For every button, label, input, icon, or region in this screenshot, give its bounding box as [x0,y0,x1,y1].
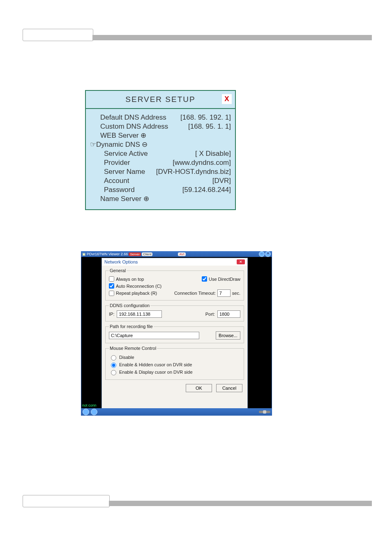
web-server-label[interactable]: WEB Server ⊕ [90,131,146,140]
tab-server[interactable]: Server [129,252,141,256]
status-not-connected: not conn [82,403,97,407]
always-on-top-checkbox[interactable]: Always on top [109,276,144,282]
connection-timeout-input[interactable] [217,289,231,297]
server-name-value: [DVR-HOST.dyndns.biz] [156,167,231,176]
browse-button[interactable]: Browse... [216,331,240,340]
close-window-icon[interactable]: ✕ [265,251,271,257]
account-label: Account [90,176,129,185]
header-divider-bar [92,35,372,40]
custom-dns-value: [168. 95. 1. 1] [188,122,231,131]
statusbar-button-2[interactable] [91,409,97,415]
custom-dns-label: Custom DNS Address [90,122,168,131]
cancel-button[interactable]: Cancel [216,384,242,392]
default-dns-label: Default DNS Address [90,113,166,122]
ddns-ip-label: IP: [109,312,114,317]
provider-value: [www.dyndns.com] [173,158,231,167]
account-value: [DVR] [212,176,231,185]
service-active-value: [ X Disable] [195,149,231,158]
app-icon: ▣ [82,252,86,256]
statusbar-slider[interactable] [259,411,270,413]
server-setup-title: SERVER SETUP [125,95,195,104]
connection-timeout-unit: sec. [232,291,240,296]
app-titlebar: ▣ PDvr16TWN Viewer 2.66 Server Client AV… [81,251,272,257]
close-icon[interactable]: X [222,94,232,104]
ok-button[interactable]: OK [186,384,212,392]
mouse-disable-radio[interactable]: Disable [109,354,240,361]
path-legend: Path for recording file [109,324,154,329]
ddns-legend: DDNS configuration [109,303,150,308]
name-server-label[interactable]: Name Server ⊕ [90,194,149,204]
connection-timeout-label: Connection Timeout: [174,291,216,296]
ddns-port-label: Port: [205,312,215,317]
recording-path-input[interactable] [109,332,199,339]
app-title: PDvr16TWN Viewer 2.66 [87,252,128,256]
tab-avi[interactable]: AVI [178,252,185,256]
viewer-app-window: ▣ PDvr16TWN Viewer 2.66 Server Client AV… [81,251,272,416]
ddns-port-input[interactable] [217,310,240,318]
general-legend: General [109,268,127,273]
repeat-playback-checkbox[interactable]: Repeat playback (R) [109,291,157,296]
minimize-icon[interactable]: – [259,251,265,257]
default-dns-value: [168. 95. 192. 1] [180,113,231,122]
password-value: [59.124.68.244] [182,185,231,194]
dialog-close-icon[interactable]: ✕ [237,259,245,264]
mouse-hidden-radio[interactable]: Enable & Hidden cusor on DVR side [109,361,240,368]
server-setup-panel: SERVER SETUP X Default DNS Address [168.… [85,90,236,210]
ddns-ip-input[interactable] [117,310,162,318]
password-label: Password [90,185,135,194]
footer-empty-box [23,495,110,507]
footer-divider-bar [109,501,372,506]
mouse-legend: Mouse Remote Control [109,346,157,351]
general-group: General Always on top Use DirectDraw Aut… [105,268,244,301]
provider-label: Provider [90,158,130,167]
dialog-title: Network Options [104,259,138,264]
mouse-display-radio[interactable]: Enable & Display cusor on DVR side [109,369,240,375]
app-statusbar [81,408,272,416]
auto-reconnection-checkbox[interactable]: Auto Reconnection (C) [109,283,240,289]
network-options-dialog: Network Options ✕ General Always on top … [101,258,248,411]
mouse-group: Mouse Remote Control Disable Enable & Hi… [105,346,244,380]
use-directdraw-checkbox[interactable]: Use DirectDraw [202,276,240,282]
service-active-label: Service Active [90,149,148,158]
header-empty-box [23,29,93,41]
tab-client[interactable]: Client [142,252,152,256]
ddns-group: DDNS configuration IP: Port: [105,303,244,321]
server-name-label: Server Name [90,167,145,176]
path-group: Path for recording file Browse... [105,324,244,343]
dynamic-dns-label[interactable]: ☞Dynamic DNS ⊖ [90,140,148,149]
statusbar-button-1[interactable] [83,409,89,415]
